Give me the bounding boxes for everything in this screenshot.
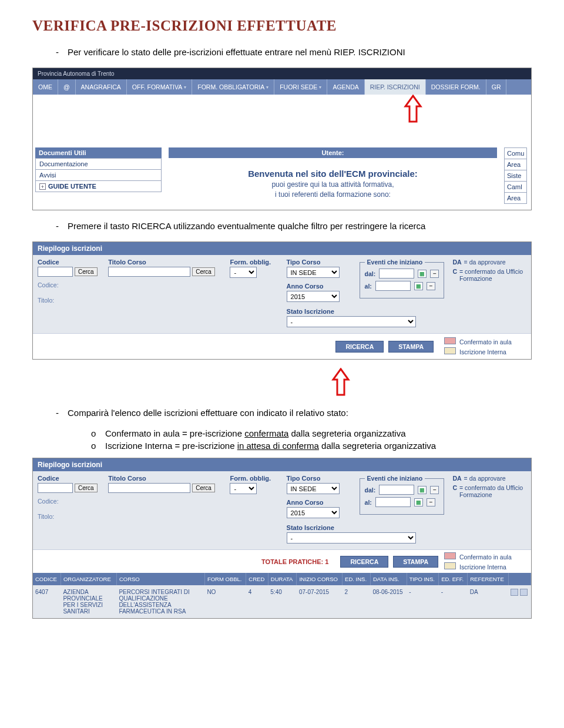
- col-organizzatore: ORGANIZZATORE: [61, 573, 116, 585]
- form-obblig-select[interactable]: -: [230, 267, 257, 278]
- stampa-button[interactable]: STAMPA: [393, 556, 438, 568]
- swatch-confermato-icon: [444, 337, 456, 344]
- titolo-input[interactable]: [108, 483, 190, 493]
- results-table: CODICE ORGANIZZATORE CORSO FORM OBBL. CR…: [33, 573, 531, 618]
- col-codice: CODICE: [33, 573, 61, 585]
- col-durata: DURATA: [268, 573, 297, 585]
- cell-tipoins: -: [407, 585, 439, 618]
- label-stato: Stato Iscrizione: [287, 308, 351, 315]
- cell-corso: PERCORSI INTEGRATI DI QUALIFICAZIONE DEL…: [116, 585, 204, 618]
- nav-riep-iscrizioni[interactable]: RIEP. ISCRIZIONI: [365, 79, 426, 95]
- cell-ref: DA: [468, 585, 508, 618]
- cerca-codice-button[interactable]: Cerca: [75, 267, 98, 276]
- nav-extra[interactable]: GR: [486, 79, 507, 95]
- label-anno-corso: Anno Corso: [287, 283, 351, 290]
- screenshot-filter-results: Riepilogo iscrizioni Codice Cerca Codice…: [32, 458, 532, 619]
- calendar-icon[interactable]: ▦: [418, 486, 427, 494]
- documenti-utili-header: Documenti Utili: [35, 147, 162, 158]
- nav-fuori-sede[interactable]: FUORI SEDE▾: [274, 79, 327, 95]
- titolo-input[interactable]: [108, 267, 190, 277]
- calendar-icon[interactable]: ▦: [418, 270, 427, 278]
- calendar-icon[interactable]: ▦: [414, 498, 423, 506]
- label-form-obblig: Form. obblig.: [230, 475, 278, 482]
- chevron-down-icon: ▾: [319, 85, 321, 90]
- meta-codice: Codice:: [38, 498, 100, 505]
- documenti-utili-item[interactable]: Documentazione: [36, 159, 162, 170]
- cell-cred: 4: [246, 585, 268, 618]
- codice-input[interactable]: [38, 483, 73, 493]
- anno-corso-select[interactable]: 2015: [287, 507, 340, 518]
- cell-organizzatore: AZIENDA PROVINCIALE PER I SERVIZI SANITA…: [61, 585, 116, 618]
- col-ed-eff: ED. EFF.: [439, 573, 468, 585]
- intro-paragraph-1: -Per verificare lo stato delle pre-iscri…: [56, 47, 532, 57]
- right-link[interactable]: Area: [505, 159, 527, 170]
- clear-date-icon[interactable]: –: [427, 282, 435, 290]
- right-link[interactable]: Area: [505, 193, 527, 204]
- cerca-titolo-button[interactable]: Cerca: [192, 484, 215, 492]
- documenti-utili-item[interactable]: Avvisi: [36, 170, 162, 181]
- welcome-title: Benvenuta nel sito dell'ECM provinciale:: [169, 169, 497, 179]
- label-tipo-corso: Tipo Corso: [287, 259, 351, 266]
- right-link[interactable]: Comu: [505, 148, 527, 159]
- meta-titolo: Titolo:: [38, 513, 100, 520]
- calendar-icon[interactable]: ▦: [414, 282, 423, 290]
- swatch-interna-icon: [444, 347, 456, 354]
- nav-at[interactable]: @: [58, 79, 76, 95]
- sublist-item-confermato: oConfermato in aula = pre-iscrizione con…: [91, 428, 532, 438]
- clear-date-icon[interactable]: –: [430, 270, 439, 278]
- tipo-corso-select[interactable]: IN SEDE: [287, 483, 340, 494]
- chevron-down-icon: ▾: [184, 85, 186, 90]
- meta-codice: Codice:: [38, 281, 100, 288]
- cerca-titolo-button[interactable]: Cerca: [192, 267, 215, 276]
- form-obblig-select[interactable]: -: [230, 483, 257, 494]
- nav-anagrafica[interactable]: ANAGRAFICA: [76, 79, 127, 95]
- label-codice: Codice: [38, 475, 100, 482]
- cell-inizio: 07-07-2015: [297, 585, 343, 618]
- nav-home[interactable]: OME: [33, 79, 58, 95]
- filter-header: Riepilogo iscrizioni: [33, 242, 531, 255]
- label-tipo-corso: Tipo Corso: [287, 475, 351, 482]
- nav-dossier-form[interactable]: DOSSIER FORM.: [426, 79, 486, 95]
- highlight-arrow-icon: [326, 368, 355, 397]
- table-row: 6407 AZIENDA PROVINCIALE PER I SERVIZI S…: [33, 585, 531, 618]
- plus-icon: +: [39, 183, 46, 190]
- col-inizio: INIZIO CORSO: [297, 573, 343, 585]
- cell-edeff: -: [439, 585, 468, 618]
- dal-input[interactable]: [379, 485, 414, 495]
- al-input[interactable]: [375, 497, 411, 507]
- ricerca-button[interactable]: RICERCA: [335, 341, 384, 353]
- nav-agenda[interactable]: AGENDA: [327, 79, 364, 95]
- right-links: Comu Area Siste Caml Area: [504, 147, 527, 204]
- screenshot-filter: Riepilogo iscrizioni Codice Cerca Codice…: [32, 241, 532, 360]
- ricerca-button[interactable]: RICERCA: [340, 556, 388, 568]
- tipo-corso-select[interactable]: IN SEDE: [287, 267, 340, 278]
- row-action-icon[interactable]: [520, 589, 528, 596]
- label-titolo: Titolo Corso: [108, 259, 221, 266]
- welcome-sub1: puoi gestire qui la tua attività formati…: [169, 180, 497, 189]
- cerca-codice-button[interactable]: Cerca: [75, 484, 98, 492]
- documenti-utili-list: Documentazione Avvisi +GUIDE UTENTE: [35, 158, 162, 192]
- utente-header: Utente:: [169, 147, 497, 158]
- intro-paragraph-3: -Comparirà l'elenco delle iscrizioni eff…: [56, 408, 532, 418]
- swatch-interna-icon: [444, 562, 456, 569]
- al-input[interactable]: [375, 281, 411, 291]
- codice-input[interactable]: [38, 267, 73, 277]
- col-referente: REFERENTE: [468, 573, 508, 585]
- cell-edins: 2: [343, 585, 371, 618]
- clear-date-icon[interactable]: –: [427, 498, 435, 506]
- right-link[interactable]: Siste: [505, 170, 527, 182]
- right-link[interactable]: Caml: [505, 182, 527, 193]
- stampa-button[interactable]: STAMPA: [388, 341, 434, 353]
- col-cred: CRED: [246, 573, 268, 585]
- documenti-utili-item[interactable]: +GUIDE UTENTE: [36, 181, 162, 192]
- row-action-icon[interactable]: [511, 589, 518, 596]
- nav-off-formativa[interactable]: OFF. FORMATIVA▾: [127, 79, 192, 95]
- nav-form-obbligatoria[interactable]: FORM. OBBLIGATORIA▾: [192, 79, 274, 95]
- dal-input[interactable]: [379, 269, 414, 279]
- clear-date-icon[interactable]: –: [430, 486, 439, 494]
- label-form-obblig: Form. obblig.: [230, 259, 278, 266]
- label-anno-corso: Anno Corso: [287, 499, 351, 506]
- cell-durata: 5:40: [268, 585, 297, 618]
- window-header: Provincia Autonoma di Trento: [33, 68, 531, 79]
- anno-corso-select[interactable]: 2015: [287, 291, 340, 302]
